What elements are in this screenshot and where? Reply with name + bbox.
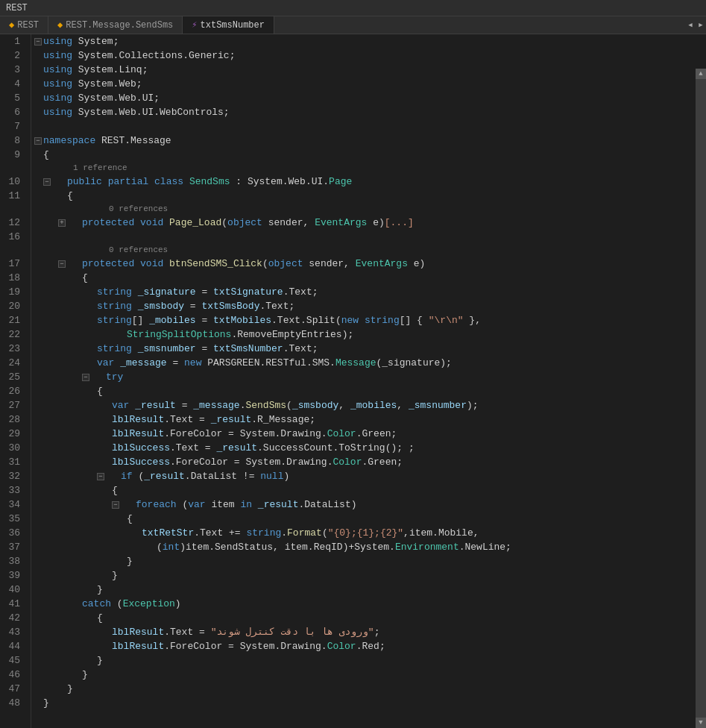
ln-47: 47 bbox=[0, 682, 25, 696]
code-line-17: − protected void btnSendSMS_Click(object… bbox=[31, 257, 696, 271]
ln-2: 2 bbox=[0, 48, 25, 63]
ln-11: 11 bbox=[0, 189, 25, 203]
code-line-36: txtRetStr.Text += string.Format("{0};{1}… bbox=[31, 526, 696, 540]
code-line-41: catch (Exception) bbox=[31, 597, 696, 611]
ref-line-0ref-12: 0 references bbox=[31, 203, 696, 216]
code-line-46: } bbox=[31, 668, 696, 682]
code-line-35: { bbox=[31, 512, 696, 526]
code-line-48: } bbox=[31, 696, 696, 710]
ln-41: 41 bbox=[0, 597, 25, 611]
code-line-16 bbox=[31, 230, 696, 244]
code-line-25: − try bbox=[31, 370, 696, 384]
scroll-up-btn[interactable]: ▲ bbox=[696, 69, 706, 79]
ln-29: 29 bbox=[0, 427, 25, 441]
ln-38: 38 bbox=[0, 554, 25, 568]
ln-ref3 bbox=[0, 244, 25, 257]
code-line-24: var _message = new PARSGREEN.RESTful.SMS… bbox=[31, 356, 696, 370]
code-line-34: − foreach (var item in _result.DataList) bbox=[31, 498, 696, 512]
ln-8: 8 bbox=[0, 134, 25, 148]
collapse-btn-8[interactable]: − bbox=[34, 137, 42, 145]
code-line-4: using System.Web; bbox=[31, 77, 696, 91]
code-line-38: } bbox=[31, 554, 696, 568]
ref-line-0ref-17: 0 references bbox=[31, 244, 696, 257]
scrollbar-right[interactable]: ▲ ▼ bbox=[696, 69, 706, 728]
tab-message[interactable]: ◆ REST.Message.SendSms bbox=[48, 16, 183, 34]
code-line-30: lblSuccess.Text = _result.SuccessCount.T… bbox=[31, 441, 696, 455]
code-line-7 bbox=[31, 119, 696, 134]
code-line-42: { bbox=[31, 611, 696, 625]
ln-36: 36 bbox=[0, 526, 25, 540]
code-line-20: string _smsbody = txtSmsBody.Text; bbox=[31, 299, 696, 313]
code-line-43: lblResult.Text = "ورودی ها با دقت کنترل … bbox=[31, 625, 696, 639]
tab-rest-icon: ◆ bbox=[9, 19, 14, 31]
ln-48: 48 bbox=[0, 696, 25, 710]
code-line-37: (int)item.SendStatus, item.ReqID)+System… bbox=[31, 540, 696, 554]
ln-40: 40 bbox=[0, 583, 25, 597]
ln-3: 3 bbox=[0, 63, 25, 77]
ln-46: 46 bbox=[0, 668, 25, 682]
tab-rest[interactable]: ◆ REST bbox=[0, 16, 48, 34]
ln-7: 7 bbox=[0, 119, 25, 134]
code-line-40: } bbox=[31, 583, 696, 597]
collapse-btn-1[interactable]: − bbox=[34, 38, 42, 46]
collapse-btn-17[interactable]: − bbox=[58, 260, 66, 268]
ln-22: 22 bbox=[0, 327, 25, 342]
line-numbers: 1 2 3 4 5 6 7 8 9 10 11 12 16 17 18 19 2… bbox=[0, 34, 31, 728]
ln-31: 31 bbox=[0, 455, 25, 469]
code-line-44: lblResult.ForeColor = System.Drawing.Col… bbox=[31, 639, 696, 653]
code-line-39: } bbox=[31, 568, 696, 583]
code-line-2: using System.Collections.Generic; bbox=[31, 48, 696, 63]
collapse-btn-12[interactable]: + bbox=[58, 219, 66, 227]
scroll-left-btn[interactable]: ◀ bbox=[685, 20, 696, 31]
tab-rest-label: REST bbox=[17, 20, 39, 31]
code-line-27: var _result = _message.SendSms(_smsbody,… bbox=[31, 398, 696, 412]
ln-20: 20 bbox=[0, 299, 25, 313]
ref-line-1ref: 1 reference bbox=[31, 162, 696, 175]
ln-39: 39 bbox=[0, 568, 25, 583]
code-line-19: string _signature = txtSignature.Text; bbox=[31, 285, 696, 299]
tab-member-icon: ⚡ bbox=[192, 19, 197, 31]
code-line-47: } bbox=[31, 682, 696, 696]
code-line-12: + protected void Page_Load(object sender… bbox=[31, 216, 696, 230]
scroll-right-btn[interactable]: ▶ bbox=[696, 20, 706, 31]
ln-37: 37 bbox=[0, 540, 25, 554]
ln-12: 12 bbox=[0, 216, 25, 230]
code-line-21: string[] _mobiles = txtMobiles.Text.Spli… bbox=[31, 313, 696, 327]
tab-member[interactable]: ⚡ txtSmsNumber bbox=[183, 16, 274, 34]
code-line-32: − if (_result.DataList != null) bbox=[31, 469, 696, 483]
ln-42: 42 bbox=[0, 611, 25, 625]
collapse-btn-25[interactable]: − bbox=[82, 374, 89, 381]
scroll-down-btn[interactable]: ▼ bbox=[696, 718, 706, 728]
ln-5: 5 bbox=[0, 91, 25, 105]
ln-23: 23 bbox=[0, 342, 25, 356]
code-line-31: lblSuccess.ForeColor = System.Drawing.Co… bbox=[31, 455, 696, 469]
ln-9: 9 bbox=[0, 148, 25, 162]
ln-16: 16 bbox=[0, 230, 25, 244]
ln-33: 33 bbox=[0, 483, 25, 498]
tab-member-label: txtSmsNumber bbox=[201, 20, 265, 31]
ln-ref2 bbox=[0, 203, 25, 216]
ln-ref1 bbox=[0, 162, 25, 175]
title-label: REST bbox=[6, 3, 28, 13]
ln-1: 1 bbox=[0, 34, 25, 48]
code-line-28: lblResult.Text = _result.R_Message; bbox=[31, 412, 696, 427]
code-line-22: StringSplitOptions.RemoveEmptyEntries); bbox=[31, 327, 696, 342]
ln-25: 25 bbox=[0, 370, 25, 384]
ln-44: 44 bbox=[0, 639, 25, 653]
ln-24: 24 bbox=[0, 356, 25, 370]
ln-19: 19 bbox=[0, 285, 25, 299]
ln-30: 30 bbox=[0, 441, 25, 455]
code-line-29: lblResult.ForeColor = System.Drawing.Col… bbox=[31, 427, 696, 441]
collapse-btn-10[interactable]: − bbox=[43, 178, 51, 186]
code-line-18: { bbox=[31, 271, 696, 285]
code-content: − using System; using System.Collections… bbox=[31, 34, 706, 728]
code-line-23: string _smsnumber = txtSmsNumber.Text; bbox=[31, 342, 696, 356]
ln-4: 4 bbox=[0, 77, 25, 91]
code-line-45: } bbox=[31, 653, 696, 668]
collapse-btn-32[interactable]: − bbox=[97, 473, 104, 480]
collapse-btn-34[interactable]: − bbox=[112, 501, 119, 509]
ln-34: 34 bbox=[0, 498, 25, 512]
code-line-5: using System.Web.UI; bbox=[31, 91, 696, 105]
code-line-8: − namespace REST.Message bbox=[31, 134, 696, 148]
ln-27: 27 bbox=[0, 398, 25, 412]
